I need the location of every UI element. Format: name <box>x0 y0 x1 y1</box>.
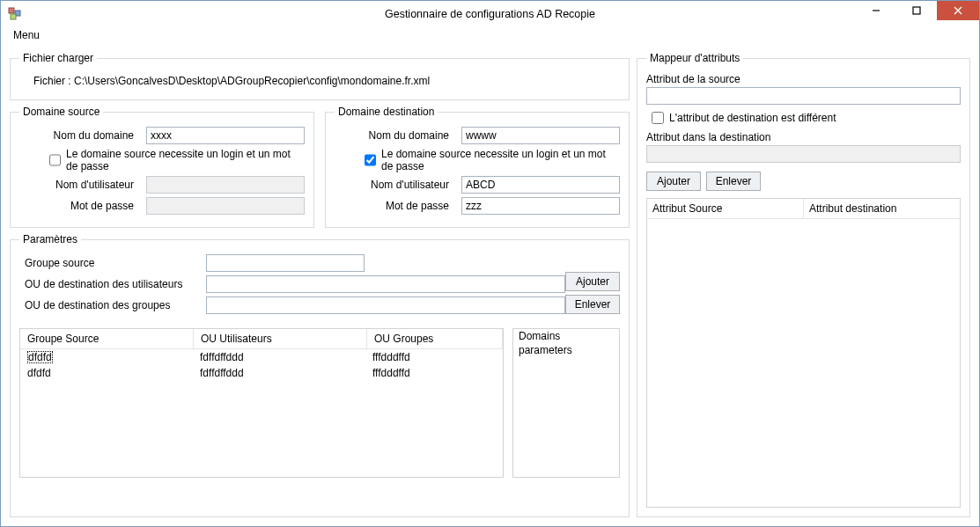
col-attr-source[interactable]: Attribut Source <box>647 199 804 218</box>
params-remove-button[interactable]: Enlever <box>565 295 620 314</box>
dst-domain-input[interactable] <box>461 127 620 144</box>
params-add-button[interactable]: Ajouter <box>565 272 620 291</box>
row-group-source: Groupe source <box>19 254 565 272</box>
dst-pass-label: Mot de passe <box>335 200 456 212</box>
src-attr-input[interactable] <box>646 87 961 105</box>
src-requires-login-checkbox[interactable] <box>49 154 61 166</box>
window-title: Gestionnaire de configurations AD Recopi… <box>1 8 979 20</box>
mapper-add-button[interactable]: Ajouter <box>646 172 701 191</box>
file-line: Fichier : C:\Users\GoncalvesD\Desktop\AD… <box>19 70 620 91</box>
dst-domain-label: Nom du domaine <box>335 129 456 142</box>
group-source-input[interactable] <box>206 254 365 272</box>
src-requires-login-label[interactable]: Le domaine source necessite un login et … <box>66 148 305 172</box>
mapper-table-header: Attribut Source Attribut destination <box>647 199 960 219</box>
app-icon <box>8 7 22 21</box>
row-dst-requires-login: Le domaine source necessite un login et … <box>365 148 620 172</box>
row-dst-domain: Nom du domaine <box>335 127 620 144</box>
ou-users-input[interactable] <box>206 275 565 293</box>
row-ou-users: OU de destination des utilisateurs <box>19 275 565 293</box>
group-mapper: Mappeur d'attributs Attribut de la sourc… <box>637 52 970 517</box>
row-dst-attr: Attribut dans la destination <box>646 131 961 163</box>
group-source-domain: Domaine source Nom du domaine Le domaine… <box>10 106 314 228</box>
params-buttons: Ajouter Enlever <box>565 272 620 314</box>
group-source-label: Groupe source <box>19 257 201 269</box>
params-listview[interactable]: Groupe Source OU Utilisateurs OU Groupes… <box>19 328 504 478</box>
mapper-table-body <box>647 219 960 507</box>
window: Gestionnaire de configurations AD Recopi… <box>0 0 980 527</box>
dst-user-input[interactable] <box>461 176 620 194</box>
svg-rect-2 <box>11 14 16 19</box>
col-ou-groupes[interactable]: OU Groupes <box>367 329 503 348</box>
params-tables: Groupe Source OU Utilisateurs OU Groupes… <box>19 328 620 478</box>
side-listview[interactable]: Domains parameters <box>512 328 620 478</box>
col-attr-dest[interactable]: Attribut destination <box>804 199 960 218</box>
domains-row: Domaine source Nom du domaine Le domaine… <box>10 106 630 228</box>
close-button[interactable] <box>937 1 979 20</box>
col-groupe-source[interactable]: Groupe Source <box>20 329 194 348</box>
row-ou-groups: OU de destination des groupes <box>19 296 565 314</box>
list-item[interactable]: parameters <box>513 343 619 357</box>
file-label: Fichier : <box>33 75 71 87</box>
src-domain-label: Nom du domaine <box>19 129 141 142</box>
window-controls <box>856 1 979 20</box>
menubar: Menu <box>1 27 979 50</box>
cell-b0: fdffdffddd <box>193 351 365 363</box>
dst-user-label: Nom d'utilisateur <box>335 179 456 191</box>
cell-a0: dfdfd <box>27 351 53 363</box>
dst-requires-login-checkbox[interactable] <box>365 154 376 166</box>
dst-requires-login-label[interactable]: Le domaine source necessite un login et … <box>381 148 620 172</box>
svg-rect-0 <box>9 8 14 13</box>
dst-attr-label: Attribut dans la destination <box>646 131 961 143</box>
table-row[interactable]: dfdfd fdffdffddd fffdddffd <box>20 349 503 365</box>
svg-rect-4 <box>913 7 920 14</box>
dest-domain-legend: Domaine destination <box>335 106 438 118</box>
mapper-legend: Mappeur d'attributs <box>646 52 743 64</box>
cell-b1: fdffdffddd <box>193 367 365 379</box>
src-pass-label: Mot de passe <box>19 200 141 212</box>
table-row[interactable]: dfdfd fdffdffddd fffdddffd <box>20 365 503 381</box>
maximize-button[interactable] <box>896 1 937 20</box>
source-domain-legend: Domaine source <box>19 106 103 118</box>
src-pass-input <box>146 197 305 215</box>
mapper-buttons: Ajouter Enlever <box>646 172 961 191</box>
titlebar: Gestionnaire de configurations AD Recopi… <box>1 1 979 27</box>
group-file-loader: Fichier charger Fichier : C:\Users\Gonca… <box>10 52 630 100</box>
dst-pass-input[interactable] <box>461 197 620 215</box>
left-column: Fichier charger Fichier : C:\Users\Gonca… <box>10 52 630 517</box>
cell-c1: fffdddffd <box>365 367 503 379</box>
params-lv-header: Groupe Source OU Utilisateurs OU Groupes <box>20 329 503 349</box>
params-lv-body: dfdfd fdffdffddd fffdddffd dfdfd fdffdff… <box>20 349 503 477</box>
col-ou-utilisateurs[interactable]: OU Utilisateurs <box>194 329 367 348</box>
row-src-user: Nom d'utilisateur <box>19 176 305 194</box>
row-src-attr: Attribut de la source <box>646 73 961 105</box>
mapper-table[interactable]: Attribut Source Attribut destination <box>646 198 961 508</box>
row-src-requires-login: Le domaine source necessite un login et … <box>49 148 305 172</box>
params-top: Groupe source OU de destination des util… <box>19 251 620 318</box>
dst-attr-input <box>646 145 961 163</box>
params-fields: Groupe source OU de destination des util… <box>19 251 565 318</box>
file-path: C:\Users\GoncalvesD\Desktop\ADGroupRecop… <box>74 75 430 87</box>
row-diff: L'attribut de destination est différent <box>652 112 961 124</box>
src-user-label: Nom d'utilisateur <box>19 179 141 191</box>
file-loader-legend: Fichier charger <box>19 52 97 64</box>
right-column: Mappeur d'attributs Attribut de la sourc… <box>637 52 970 517</box>
ou-groups-input[interactable] <box>206 296 565 314</box>
src-domain-input[interactable] <box>146 127 305 144</box>
list-item[interactable]: Domains <box>513 329 619 343</box>
ou-groups-label: OU de destination des groupes <box>19 299 201 311</box>
row-src-domain: Nom du domaine <box>19 127 305 144</box>
menu-menu[interactable]: Menu <box>8 27 45 43</box>
row-dst-pass: Mot de passe <box>335 197 620 215</box>
diff-checkbox[interactable] <box>652 112 664 124</box>
params-legend: Paramètres <box>19 233 81 245</box>
mapper-remove-button[interactable]: Enlever <box>706 172 761 191</box>
group-dest-domain: Domaine destination Nom du domaine Le do… <box>325 106 630 228</box>
row-dst-user: Nom d'utilisateur <box>335 176 620 194</box>
diff-label[interactable]: L'attribut de destination est différent <box>669 112 836 124</box>
row-src-pass: Mot de passe <box>19 197 305 215</box>
minimize-button[interactable] <box>856 1 896 20</box>
src-attr-label: Attribut de la source <box>646 73 961 85</box>
cell-a1: dfdfd <box>20 367 193 379</box>
cell-c0: fffdddffd <box>365 351 503 363</box>
group-parameters: Paramètres Groupe source OU de destinati… <box>10 233 630 517</box>
